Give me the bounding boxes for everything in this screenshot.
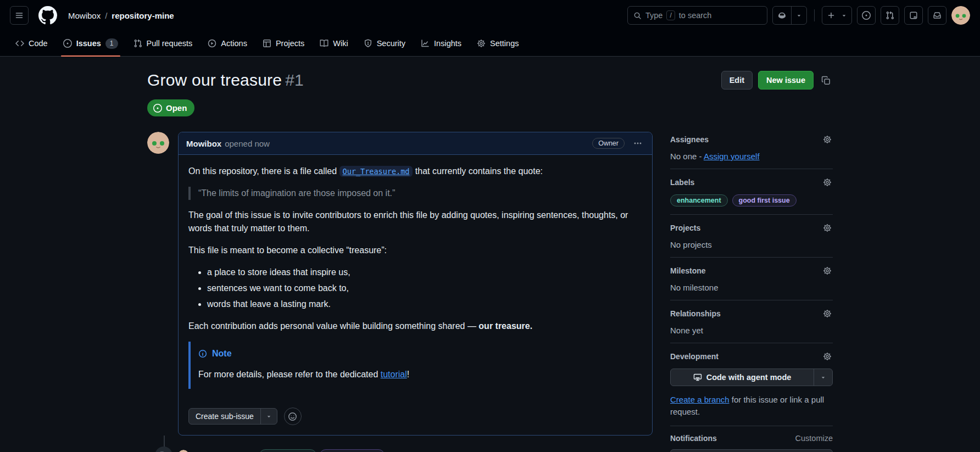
info-icon: [198, 349, 207, 358]
header-divider: [814, 9, 815, 21]
search-input[interactable]: Type / to search: [627, 6, 767, 25]
code-with-agent-button[interactable]: Code with agent mode: [671, 369, 814, 386]
label-enhancement[interactable]: enhancement: [670, 194, 728, 207]
unsubscribe-button[interactable]: Unsubscribe: [670, 449, 833, 452]
assignees-gear-icon[interactable]: [822, 134, 833, 145]
sidebar-section-labels: Labels enhancement good first issue: [670, 169, 833, 214]
section-title: Notifications: [670, 434, 717, 443]
paragraph-goal: The goal of this issue is to invite cont…: [188, 209, 642, 235]
app-header: Mowibox / repository-mine Type / to sear…: [0, 0, 980, 31]
list-item: words that leave a lasting mark.: [207, 298, 642, 311]
comment-author-avatar[interactable]: [147, 132, 169, 154]
tab-projects[interactable]: Projects: [256, 31, 311, 56]
assignees-empty-text: No one -: [670, 152, 704, 161]
tab-issues[interactable]: Issues 1: [57, 31, 125, 56]
text: For more details, please refer to the de…: [198, 370, 381, 379]
file-code-link[interactable]: Our_Treasure.md: [339, 166, 413, 177]
your-issues-button[interactable]: [857, 6, 876, 25]
your-pull-requests-button[interactable]: [881, 6, 899, 25]
section-title: Development: [670, 352, 719, 361]
labels-gear-icon[interactable]: [822, 177, 833, 188]
copy-icon: [821, 76, 831, 85]
timeline: Mowibox added enhancement good first iss…: [147, 436, 653, 452]
development-gear-icon[interactable]: [822, 351, 833, 362]
tab-settings[interactable]: Settings: [470, 31, 525, 56]
label-enhancement[interactable]: enhancement: [259, 449, 317, 452]
projects-gear-icon[interactable]: [822, 222, 833, 233]
copy-link-button[interactable]: [819, 74, 833, 87]
page-title: Grow our treasure#1: [147, 71, 304, 90]
timeline-event-labeled: Mowibox added enhancement good first iss…: [155, 445, 653, 452]
github-logo[interactable]: [38, 6, 57, 25]
tab-security[interactable]: Security: [357, 31, 412, 56]
shield-icon: [364, 39, 372, 48]
comment-header: Mowibox opened now Owner: [179, 132, 652, 155]
create-sub-issue-dropdown[interactable]: [260, 409, 277, 424]
chevron-down-icon: [820, 375, 826, 381]
tab-label: Pull requests: [147, 39, 193, 48]
main-content: Grow our treasure#1 Edit New issue Open: [138, 71, 842, 452]
sidebar-section-milestone: Milestone No milestone: [670, 257, 833, 300]
section-title: Milestone: [670, 266, 706, 275]
comment-author[interactable]: Mowibox: [186, 139, 221, 148]
text: On this repository, there is a file call…: [188, 166, 339, 176]
breadcrumb-repo[interactable]: repository-mine: [112, 11, 174, 20]
tab-actions[interactable]: Actions: [201, 31, 254, 56]
create-sub-issue-button[interactable]: Create sub-issue: [189, 409, 260, 424]
customize-link[interactable]: Customize: [795, 434, 833, 443]
owner-badge: Owner: [592, 138, 625, 149]
inbox-icon: [933, 11, 942, 20]
new-issue-button[interactable]: New issue: [758, 71, 814, 90]
chevron-down-icon: [266, 414, 272, 420]
tutorial-link[interactable]: tutorial: [381, 370, 407, 379]
create-branch-link[interactable]: Create a branch: [670, 395, 730, 404]
sidebar-section-projects: Projects No projects: [670, 214, 833, 257]
tab-insights[interactable]: Insights: [414, 31, 468, 56]
label-good-first-issue[interactable]: good first issue: [320, 449, 384, 452]
copilot-chevron-down-icon[interactable]: [791, 7, 806, 24]
create-new-button[interactable]: [822, 6, 852, 25]
section-title: Projects: [670, 224, 700, 232]
status-badge: Open: [147, 99, 194, 116]
create-branch-text: Create a branch for this issue or link a…: [670, 394, 833, 418]
create-sub-issue-split-button: Create sub-issue: [188, 408, 277, 425]
inbox-button[interactable]: [928, 6, 946, 25]
git-pull-request-icon: [133, 39, 142, 48]
tab-label: Wiki: [333, 39, 348, 48]
agent-mode-dropdown[interactable]: [814, 369, 832, 386]
label-good-first-issue[interactable]: good first issue: [732, 194, 797, 207]
user-avatar[interactable]: [951, 6, 970, 25]
copilot-button[interactable]: [772, 6, 807, 25]
kebab-menu-button[interactable]: [631, 138, 644, 149]
comment-meta: opened now: [225, 139, 270, 148]
assign-yourself-link[interactable]: Assign yourself: [704, 152, 760, 161]
menu-icon: [15, 11, 24, 20]
issue-sidebar: Assignees No one - Assign yourself Label…: [670, 132, 833, 452]
bold-text: our treasure.: [478, 321, 532, 331]
section-title: Relationships: [670, 309, 721, 318]
note-callout: Note For more details, please refer to t…: [188, 342, 642, 389]
edit-button[interactable]: Edit: [721, 71, 753, 90]
milestone-gear-icon[interactable]: [822, 265, 833, 276]
comment-card: Mowibox opened now Owner On this reposit…: [178, 132, 653, 436]
comment-body: On this repository, there is a file call…: [179, 155, 652, 408]
tab-label: Insights: [434, 39, 461, 48]
tab-wiki[interactable]: Wiki: [313, 31, 354, 56]
issue-opened-icon: [153, 104, 162, 113]
tab-code[interactable]: Code: [9, 31, 54, 56]
copilot-icon: [773, 7, 791, 24]
saved-items-button[interactable]: [904, 6, 923, 25]
emoji-reaction-button[interactable]: [284, 408, 302, 425]
tab-pull-requests[interactable]: Pull requests: [127, 31, 199, 56]
issue-number: #1: [285, 71, 304, 89]
bookmark-icon: [909, 11, 918, 20]
breadcrumb-owner[interactable]: Mowibox: [68, 11, 101, 20]
event-author-avatar[interactable]: [178, 450, 189, 452]
relationships-gear-icon[interactable]: [822, 308, 833, 319]
issue-opened-icon: [63, 39, 72, 48]
issue-comment: Mowibox opened now Owner On this reposit…: [147, 132, 653, 436]
search-icon: [633, 12, 642, 20]
breadcrumb-separator: /: [105, 11, 107, 20]
hamburger-menu-button[interactable]: [10, 6, 29, 25]
quote-block: “The limits of imagination are those imp…: [188, 187, 642, 200]
